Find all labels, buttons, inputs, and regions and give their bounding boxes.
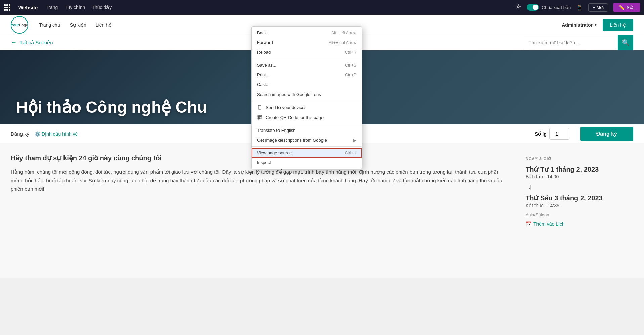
edit-pencil-icon: ✏️ [619,5,625,10]
back-arrow-icon: ← [11,39,17,46]
ctx-sep-1 [252,59,362,59]
ctx-inspect[interactable]: Inspect [252,158,362,168]
context-menu: Back Alt+Left Arrow Forward Alt+Right Ar… [251,26,362,169]
calendar-icon: 📅 [526,221,531,227]
breadcrumb-link[interactable]: Tất cả Sự kiện [19,40,53,46]
ctx-submenu-arrow: ▶ [353,138,356,143]
svg-rect-9 [261,118,262,118]
ctx-google-lens-label: Search images with Google Lens [257,92,321,97]
search-input[interactable] [524,35,618,50]
ctx-qr-label: Create QR Code for this page [266,115,324,120]
qr-code-icon [257,115,262,120]
gear-icon: ⚙️ [35,131,40,137]
ctx-save-as-shortcut: Ctrl+S [345,63,356,68]
admin-user-name: Administrator [562,22,593,28]
ctx-reload[interactable]: Reload Ctrl+R [252,47,362,57]
bug-icon[interactable] [515,4,521,11]
admin-user-menu[interactable]: Administrator ▼ [562,22,597,28]
nav-right: Administrator ▼ Liên hệ [562,19,633,31]
register-button[interactable]: Đăng ký [580,127,633,141]
ctx-forward[interactable]: Forward Alt+Right Arrow [252,38,362,47]
start-date-item: Thứ Tư 1 tháng 2, 2023 Bắt đầu - 14:00 [526,165,633,179]
site-nav-links: Trang chủ Sự kiện Liên hệ [39,22,112,28]
date-arrow-icon: ↓ [528,182,633,191]
config-link[interactable]: ⚙️ Định cấu hình vé [35,131,78,137]
admin-nav-thucday[interactable]: Thúc đẩy [92,5,112,10]
chevron-down-icon: ▼ [594,23,597,27]
svg-rect-1 [258,105,261,109]
ctx-forward-shortcut: Alt+Right Arrow [329,40,356,45]
publish-status: Chưa xuất bản [542,5,571,10]
reg-label: Đăng ký [11,131,29,137]
site-logo[interactable]: YourLogo [11,16,28,34]
ctx-view-source[interactable]: View page source Ctrl+U [252,148,362,158]
content-right: NGÀY & GIỜ Thứ Tư 1 tháng 2, 2023 Bắt đầ… [526,154,633,267]
date-section-label: NGÀY & GIỜ [526,157,633,161]
ctx-translate-label: Translate to English [257,128,295,133]
quantity-label: Số lg [535,131,547,137]
quantity-input[interactable] [549,128,569,140]
search-bar: 🔍 [524,35,633,50]
lien-he-button[interactable]: Liên hệ [603,19,633,31]
ctx-cast-label: Cast... [257,82,270,87]
search-button[interactable]: 🔍 [618,35,633,50]
admin-bar-nav: Trang Tuỳ chỉnh Thúc đẩy [46,5,112,10]
date-section: NGÀY & GIỜ Thứ Tư 1 tháng 2, 2023 Bắt đầ… [526,157,633,227]
ctx-sep-4 [252,146,362,147]
edit-label: Sửa [627,5,635,10]
quantity-area: Số lg [535,128,569,140]
ctx-translate[interactable]: Translate to English [252,125,362,135]
end-date: Thứ Sáu 3 tháng 2, 2023 [526,194,633,202]
end-date-item: Thứ Sáu 3 tháng 2, 2023 Kết thúc - 14:35 [526,194,633,208]
nav-lien-he[interactable]: Liên hệ [96,22,112,28]
toggle-track[interactable] [527,4,539,11]
admin-nav-tuychon[interactable]: Tuỳ chỉnh [65,5,85,10]
ctx-google-lens[interactable]: Search images with Google Lens [252,89,362,99]
admin-bar-right: Chưa xuất bản 📱 + Mới ✏️ Sửa [515,3,640,12]
edit-button[interactable]: ✏️ Sửa [613,3,640,12]
ctx-view-source-shortcut: Ctrl+U [345,151,356,155]
new-button[interactable]: + Mới [588,3,608,12]
svg-rect-8 [260,118,261,118]
mobile-preview-icon[interactable]: 📱 [576,4,583,11]
hero-title: Hội thảo Công nghệ Chu [16,98,207,116]
search-icon: 🔍 [622,39,629,46]
calendar-link-label: Thêm vào Lịch [533,221,565,227]
config-label: Định cấu hình vé [42,131,78,137]
svg-rect-10 [260,119,262,119]
ctx-reload-label: Reload [257,50,271,55]
ctx-print[interactable]: Print... Ctrl+P [252,70,362,80]
ctx-back[interactable]: Back Alt+Left Arrow [252,28,362,38]
svg-rect-3 [258,116,259,117]
ctx-back-shortcut: Alt+Left Arrow [331,31,356,35]
ctx-save-as[interactable]: Save as... Ctrl+S [252,60,362,70]
start-date: Thứ Tư 1 tháng 2, 2023 [526,165,633,173]
ctx-sep-3 [252,124,362,124]
event-description: Hằng năm, chúng tôi mời cộng đồng, đối t… [11,168,510,193]
start-time: Bắt đầu - 14:00 [526,174,633,179]
toggle-thumb [533,5,538,10]
ctx-inspect-label: Inspect [257,160,271,165]
nav-su-kien[interactable]: Sự kiện [70,22,86,28]
ctx-forward-label: Forward [257,40,273,45]
svg-rect-7 [258,118,259,119]
ctx-print-label: Print... [257,72,270,77]
apps-grid-icon[interactable] [4,4,10,11]
ctx-cast[interactable]: Cast... [252,80,362,89]
calendar-link[interactable]: 📅 Thêm vào Lịch [526,221,633,227]
ctx-view-source-label: View page source [257,150,292,155]
ctx-print-shortcut: Ctrl+P [345,73,356,77]
admin-nav-trang[interactable]: Trang [46,5,58,10]
ctx-sep-2 [252,101,362,101]
ctx-send-to-devices[interactable]: Send to your devices [252,102,362,112]
ctx-back-label: Back [257,30,267,35]
timezone: Asia/Saigon [526,212,633,217]
nav-trang-chu[interactable]: Trang chủ [39,22,60,28]
logo-area: YourLogo [11,16,28,34]
ctx-qr-code[interactable]: Create QR Code for this page [252,112,362,122]
admin-bar-title: Website [18,5,38,10]
publish-toggle[interactable]: Chưa xuất bản [527,4,571,11]
svg-rect-5 [260,116,261,117]
ctx-image-desc[interactable]: Get image descriptions from Google ▶ [252,135,362,145]
admin-bar: Website Trang Tuỳ chỉnh Thúc đẩy Chưa xu… [0,0,644,15]
